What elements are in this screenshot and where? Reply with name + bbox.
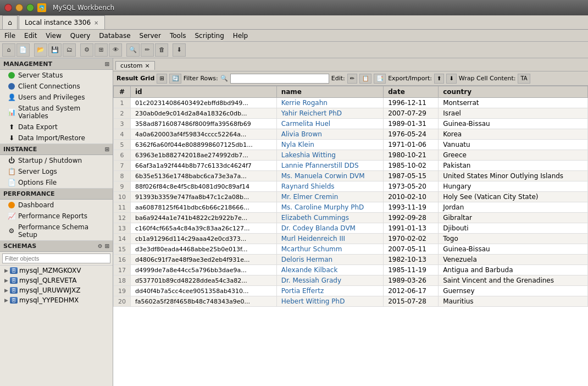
schemas-settings-icon[interactable]: ⚙ bbox=[98, 243, 103, 249]
tab-close-button[interactable]: × bbox=[94, 20, 98, 26]
cell-rownum: 15 bbox=[114, 244, 131, 255]
cell-rownum: 5 bbox=[114, 140, 131, 150]
filter-rows-input[interactable] bbox=[230, 74, 329, 84]
import-btn[interactable]: ⬇ bbox=[446, 74, 456, 84]
table-row[interactable]: 10 91393b3359e747faa8b47c1c2a08b... Mr. … bbox=[114, 192, 588, 202]
toolbar-import[interactable]: ⬇ bbox=[173, 43, 186, 57]
table-row[interactable]: 1 01c202314086403492ebffd8bd949... Kerri… bbox=[114, 98, 588, 108]
table-row[interactable]: 2 230ab0de9c014d2a84a18326c0db... Yahir … bbox=[114, 108, 588, 119]
refresh-btn[interactable]: 🔄 bbox=[169, 74, 181, 84]
toolbar-create-table[interactable]: ⊞ bbox=[95, 43, 108, 57]
toolbar-drop[interactable]: 🗑 bbox=[155, 43, 168, 57]
cell-country: Montserrat bbox=[439, 98, 588, 108]
toolbar-create-schema[interactable]: ⚙ bbox=[80, 43, 93, 57]
schema-item-mzmgkoxv[interactable]: ▶ 🗄 mysql_MZMGKOXV bbox=[0, 266, 113, 275]
cell-name: Dr. Messiah Grady bbox=[276, 275, 384, 286]
edit-sql-btn[interactable]: 📋 bbox=[359, 74, 371, 84]
sidebar-item-options-file[interactable]: 📄 Options File bbox=[0, 177, 113, 188]
titlebar: 🐬 MySQL Workbench bbox=[0, 0, 588, 15]
sidebar-item-server-status[interactable]: Server Status bbox=[0, 70, 113, 81]
minimize-button[interactable] bbox=[15, 4, 23, 12]
edit-copy-btn[interactable]: 📑 bbox=[374, 74, 386, 84]
schema-db-icon: 🗄 bbox=[10, 297, 18, 304]
table-row[interactable]: 11 aa60878125f641bdbc6b66c218666... Ms. … bbox=[114, 202, 588, 213]
menu-scripting[interactable]: Scripting bbox=[190, 30, 228, 41]
table-row[interactable]: 7 66af3a1a92f444b8b77c6133dc4624f7 Lanni… bbox=[114, 161, 588, 171]
menu-view[interactable]: View bbox=[41, 30, 65, 41]
toolbar-alter[interactable]: ✏ bbox=[141, 43, 154, 57]
toolbar-save-all[interactable]: 🗂 bbox=[63, 43, 76, 57]
sidebar-item-performance-reports[interactable]: 📈 Performance Reports bbox=[0, 211, 113, 222]
sidebar-item-startup-shutdown[interactable]: ⏻ Startup / Shutdown bbox=[0, 155, 113, 166]
table-row[interactable]: 19 dd40f4b7a5cc4cee9051358ab4310... Port… bbox=[114, 286, 588, 296]
edit-btn[interactable]: ✏ bbox=[347, 74, 357, 84]
wrap-cell-btn[interactable]: TA bbox=[518, 74, 530, 84]
home-tab[interactable]: ⌂ bbox=[2, 15, 18, 29]
table-row[interactable]: 17 d4999de7a8e44cc5a796bb3dae9a... Alexa… bbox=[114, 265, 588, 275]
menu-database[interactable]: Database bbox=[95, 30, 135, 41]
table-row[interactable]: 9 88f026f84c8e4f5c8b4081d90c89af14 Rayna… bbox=[114, 181, 588, 192]
maximize-button[interactable] bbox=[26, 4, 34, 12]
query-tab-custom[interactable]: custom × bbox=[115, 61, 155, 70]
table-row[interactable]: 6 63963e1b882742018ae274992db7... Lakesh… bbox=[114, 150, 588, 161]
data-table-container[interactable]: # id name date country 1 01c202314086403… bbox=[113, 86, 588, 386]
menu-query[interactable]: Query bbox=[66, 30, 95, 41]
toolbar-save[interactable]: 💾 bbox=[48, 43, 62, 57]
schemas-filter-input[interactable] bbox=[2, 253, 110, 263]
toolbar-create-view[interactable]: 👁 bbox=[109, 43, 122, 57]
schema-item-uruwwjxz[interactable]: ▶ 🗄 mysql_URUWWJXZ bbox=[0, 285, 113, 295]
cell-date: 1985-11-19 bbox=[384, 265, 439, 275]
cell-country: Mauritius bbox=[439, 296, 588, 307]
toolbar-open[interactable]: 📂 bbox=[34, 43, 47, 57]
results-toolbar: Result Grid ⊞ 🔄 Filter Rows: 🔍 Edit: ✏ 📋… bbox=[113, 71, 588, 86]
edit-label: Edit: bbox=[331, 75, 345, 82]
table-row[interactable]: 20 fa5602a5f28f4658b48c748343a9e0... Heb… bbox=[114, 296, 588, 307]
import-icon: ⬇ bbox=[8, 134, 15, 142]
toolbar-new-connection[interactable]: ⌂ bbox=[2, 43, 15, 57]
management-expand-icon[interactable]: ⊞ bbox=[105, 61, 109, 67]
table-row[interactable]: 5 6362f6a60f044e8088998607125db1... Nyla… bbox=[114, 140, 588, 150]
cell-country: Korea bbox=[439, 129, 588, 140]
sidebar-item-data-export[interactable]: ⬆ Data Export bbox=[0, 122, 113, 133]
schema-item-yypedhmx[interactable]: ▶ 🗄 mysql_YYPEDHMX bbox=[0, 295, 113, 305]
schema-item-qlreveta[interactable]: ▶ 🗄 mysql_QLREVETA bbox=[0, 275, 113, 285]
sidebar-item-server-logs[interactable]: 📋 Server Logs bbox=[0, 166, 113, 177]
toolbar-inspect[interactable]: 🔍 bbox=[126, 43, 140, 57]
sidebar-item-performance-schema[interactable]: ⚙ Performance Schema Setup bbox=[0, 222, 113, 240]
sidebar-item-data-import[interactable]: ⬇ Data Import/Restore bbox=[0, 133, 113, 144]
cell-id: d4806c91f7ae48f9ae3ed2eb4f931e... bbox=[131, 255, 277, 265]
menu-edit[interactable]: Edit bbox=[20, 30, 41, 41]
sidebar-item-users-privileges[interactable]: 👤 Users and Privileges bbox=[0, 92, 113, 103]
sidebar-item-dashboard[interactable]: Dashboard bbox=[0, 200, 113, 211]
result-grid-options-btn[interactable]: ⊞ bbox=[157, 74, 167, 84]
table-row[interactable]: 16 d4806c91f7ae48f9ae3ed2eb4f931e... Del… bbox=[114, 255, 588, 265]
cell-name: Alexande Kilback bbox=[276, 265, 384, 275]
instance-expand-icon[interactable]: ⊞ bbox=[105, 146, 109, 152]
menu-server[interactable]: Server bbox=[135, 30, 165, 41]
table-row[interactable]: 8 6b35e5136e1748babc6ca73e3a7a... Ms. Ma… bbox=[114, 171, 588, 181]
table-row[interactable]: 15 d3e3df80eada4468abbe25b0e013f... Mcar… bbox=[114, 244, 588, 255]
cell-date: 1992-09-28 bbox=[384, 213, 439, 223]
cell-id: 230ab0de9c014d2a84a18326c0db... bbox=[131, 108, 277, 119]
cell-name: Mr. Elmer Cremin bbox=[276, 192, 384, 202]
table-row[interactable]: 13 c160f4cf665a4c84a39c83aa26c127... Dr.… bbox=[114, 223, 588, 234]
sidebar-item-status-system[interactable]: 📊 Status and System Variables bbox=[0, 103, 113, 122]
toolbar-new-query[interactable]: 📄 bbox=[16, 43, 30, 57]
close-button[interactable] bbox=[4, 4, 12, 12]
instance-tab[interactable]: Local instance 3306 × bbox=[19, 15, 105, 29]
table-row[interactable]: 3 358ad8716087486f8009ffa39568fb69 Carme… bbox=[114, 119, 588, 129]
cell-country: Guinea-Bissau bbox=[439, 244, 588, 255]
sidebar-item-client-connections[interactable]: Client Connections bbox=[0, 81, 113, 92]
menu-tools[interactable]: Tools bbox=[165, 30, 191, 41]
export-btn[interactable]: ⬆ bbox=[434, 74, 444, 84]
table-row[interactable]: 4 4a0a620003af4f59834cccc52264a... Alivi… bbox=[114, 129, 588, 140]
table-row[interactable]: 18 d537701b89cd48228ddea54c3a82... Dr. M… bbox=[114, 275, 588, 286]
cell-name: Ms. Manuela Corwin DVM bbox=[276, 171, 384, 181]
table-row[interactable]: 12 ba6a9244a1e741b4822c2b922b7e... Eliza… bbox=[114, 213, 588, 223]
menu-file[interactable]: File bbox=[0, 30, 20, 41]
menu-help[interactable]: Help bbox=[229, 30, 252, 41]
table-row[interactable]: 14 cb1a91296d114c29aaa42e0cd373... Murl … bbox=[114, 234, 588, 244]
query-tab-close-icon[interactable]: × bbox=[145, 62, 150, 69]
schemas-expand-icon[interactable]: ⊞ bbox=[105, 243, 109, 249]
cell-id: 6b35e5136e1748babc6ca73e3a7a... bbox=[131, 171, 277, 181]
